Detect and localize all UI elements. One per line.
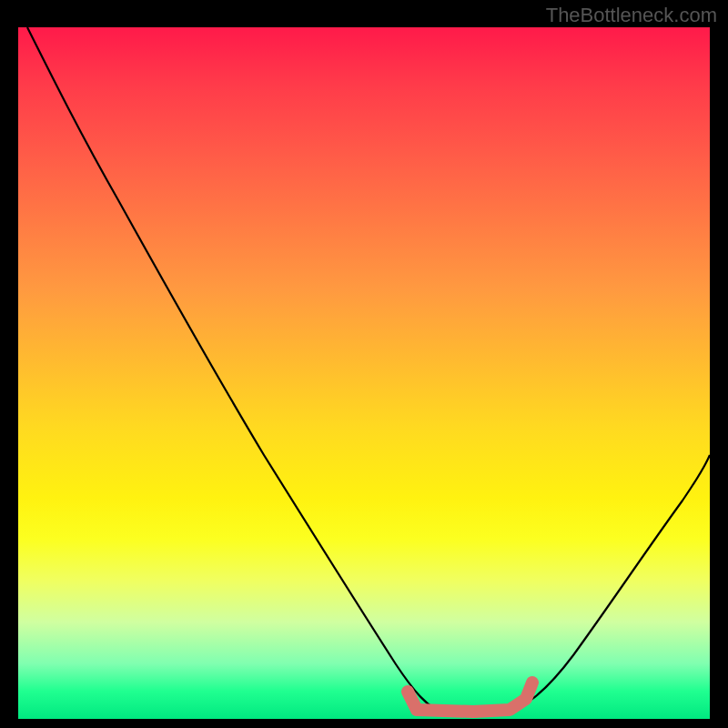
chart-container [18,27,710,719]
bottleneck-curve [27,27,710,714]
watermark-text: TheBottleneck.com [546,4,717,27]
chart-svg [18,27,710,719]
optimal-range-marker [408,682,532,712]
